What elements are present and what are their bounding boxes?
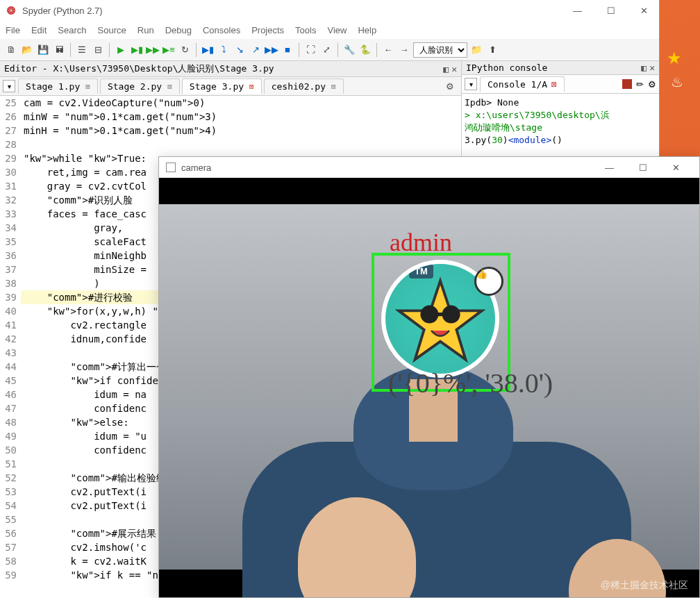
flame-icon[interactable]: ♨	[671, 74, 683, 90]
menu-tools[interactable]: Tools	[295, 25, 316, 35]
separator	[376, 43, 377, 57]
forward-icon[interactable]: →	[397, 43, 411, 57]
save-all-icon[interactable]: 🖬	[52, 43, 66, 57]
sticker-banner: TM	[409, 264, 433, 279]
cwd-combo[interactable]: 人脸识别	[413, 42, 467, 58]
save-icon[interactable]: 💾	[36, 43, 50, 57]
cam-close-button[interactable]: ✕	[660, 163, 692, 173]
console-tabs: ▾ Console 1/A⊠ ✏ ⚙	[462, 75, 659, 94]
maximize-pane-icon[interactable]: ⛶	[303, 43, 317, 57]
undock-icon[interactable]: ◧	[641, 63, 647, 73]
close-icon[interactable]: ⊠	[331, 82, 336, 91]
tab-browse-button[interactable]: ▾	[3, 80, 15, 92]
editor-tabs: ▾ Stage 1.py⊠ Stage 2.py⊠ Stage 3.py⊠ ce…	[0, 77, 461, 96]
close-icon[interactable]: ⊠	[249, 82, 254, 91]
close-pane-icon[interactable]: ✕	[451, 64, 457, 74]
menu-debug[interactable]: Debug	[165, 25, 192, 35]
console-options-icon[interactable]: ⚙	[648, 79, 656, 90]
maximize-button[interactable]: ☐	[601, 4, 621, 17]
close-icon[interactable]: ⊠	[85, 82, 90, 91]
app-title: Spyder (Python 2.7)	[22, 6, 567, 16]
clear-console-icon[interactable]: ✏	[636, 79, 644, 90]
open-file-icon[interactable]: 📂	[20, 43, 34, 57]
back-icon[interactable]: ←	[381, 43, 395, 57]
tab-stage-3[interactable]: Stage 3.py⊠	[182, 78, 262, 94]
tab-browse-button[interactable]: ▾	[465, 78, 477, 90]
svg-rect-4	[426, 313, 455, 316]
browse-cwd-icon[interactable]: 📁	[469, 43, 483, 57]
menu-help[interactable]: Help	[358, 25, 376, 35]
face-sticker: TM 👍	[381, 260, 499, 378]
window-controls: — ☐ ✕	[567, 4, 653, 17]
separator	[109, 43, 110, 57]
tab-ceshi02[interactable]: ceshi02.py⊠	[264, 78, 344, 94]
menu-file[interactable]: File	[6, 25, 20, 35]
cam-maximize-button[interactable]: ☐	[626, 163, 660, 173]
line-gutter: 2526272829303132333435363738394041424344…	[0, 96, 21, 598]
editor-options-icon[interactable]: ⚙	[442, 81, 458, 92]
console-title: IPython console	[466, 63, 547, 73]
run-cell-icon[interactable]: ▶▮	[130, 43, 144, 57]
console-tab-1[interactable]: Console 1/A⊠	[480, 76, 565, 92]
debug-icon[interactable]: ▶▮	[201, 43, 215, 57]
continue-icon[interactable]: ▶▶	[265, 43, 278, 57]
cells-icon[interactable]: ⊟	[91, 43, 105, 57]
menu-source[interactable]: Source	[98, 25, 126, 35]
run-cell-advance-icon[interactable]: ▶▶	[146, 43, 160, 57]
close-button[interactable]: ✕	[635, 4, 653, 17]
cam-minimize-button[interactable]: —	[592, 163, 626, 173]
tab-stage-2[interactable]: Stage 2.py⊠	[100, 78, 180, 94]
menu-bar: File Edit Search Source Run Debug Consol…	[0, 21, 659, 39]
thumbs-up-icon: 👍	[474, 267, 503, 296]
camera-title-bar: camera — ☐ ✕	[159, 157, 699, 178]
separator	[70, 43, 71, 57]
watermark: @稀土掘金技术社区	[601, 579, 688, 592]
preferences-icon[interactable]: 🔧	[342, 43, 356, 57]
separator	[338, 43, 338, 57]
svg-marker-1	[399, 281, 482, 360]
separator	[299, 43, 299, 57]
step-out-icon[interactable]: ↗	[249, 43, 262, 57]
console-header: IPython console ◧ ✕	[462, 61, 659, 75]
run-selection-icon[interactable]: ▶≡	[162, 43, 176, 57]
editor-path: Editor - X:\Users\73950\Desktop\人脸识别\Sta…	[4, 63, 274, 75]
debug-stop-icon[interactable]: ■	[281, 43, 294, 57]
outline-icon[interactable]: ☰	[75, 43, 89, 57]
menu-edit[interactable]: Edit	[31, 25, 47, 35]
close-pane-icon[interactable]: ✕	[649, 63, 655, 73]
menu-view[interactable]: View	[327, 25, 347, 35]
camera-title: camera	[181, 163, 211, 173]
main-toolbar: 🗎 📂 💾 🖬 ☰ ⊟ ▶ ▶▮ ▶▶ ▶≡ ↻ ▶▮ ⤵ ↘ ↗ ▶▶ ■ ⛶…	[0, 39, 659, 61]
editor-header: Editor - X:\Users\73950\Desktop\人脸识别\Sta…	[0, 61, 461, 77]
menu-consoles[interactable]: Consoles	[203, 25, 240, 35]
minimize-button[interactable]: —	[567, 4, 588, 17]
close-icon[interactable]: ⊠	[167, 82, 172, 91]
stop-kernel-icon[interactable]	[622, 79, 632, 89]
menu-run[interactable]: Run	[138, 25, 154, 35]
run-icon[interactable]: ▶	[114, 43, 128, 57]
new-file-icon[interactable]: 🗎	[4, 43, 18, 57]
title-bar: Spyder (Python 2.7) — ☐ ✕	[0, 0, 659, 21]
star-character-icon	[395, 276, 485, 367]
step-over-icon[interactable]: ⤵	[217, 43, 231, 57]
camera-app-icon	[166, 163, 176, 172]
menu-search[interactable]: Search	[58, 25, 86, 35]
star-icon[interactable]: ★	[667, 49, 682, 68]
parent-dir-icon[interactable]: ⬆	[485, 43, 499, 57]
separator	[196, 43, 197, 57]
confidence-text: ('{0}%', '38.0')	[388, 367, 553, 399]
camera-window: camera — ☐ ✕ admin TM �	[158, 156, 700, 598]
spyder-icon	[6, 5, 17, 16]
fullscreen-icon[interactable]: ⤢	[319, 43, 333, 57]
pythonpath-icon[interactable]: 🐍	[358, 43, 372, 57]
undock-icon[interactable]: ◧	[443, 64, 449, 74]
close-icon[interactable]: ⊠	[551, 79, 557, 90]
step-into-icon[interactable]: ↘	[233, 43, 247, 57]
menu-projects[interactable]: Projects	[251, 25, 284, 35]
rerun-icon[interactable]: ↻	[178, 43, 192, 57]
camera-video: admin TM 👍 ('{0}%', '38.0') @稀土掘金技术社区	[159, 178, 699, 597]
tab-stage-1[interactable]: Stage 1.py⊠	[18, 78, 98, 94]
